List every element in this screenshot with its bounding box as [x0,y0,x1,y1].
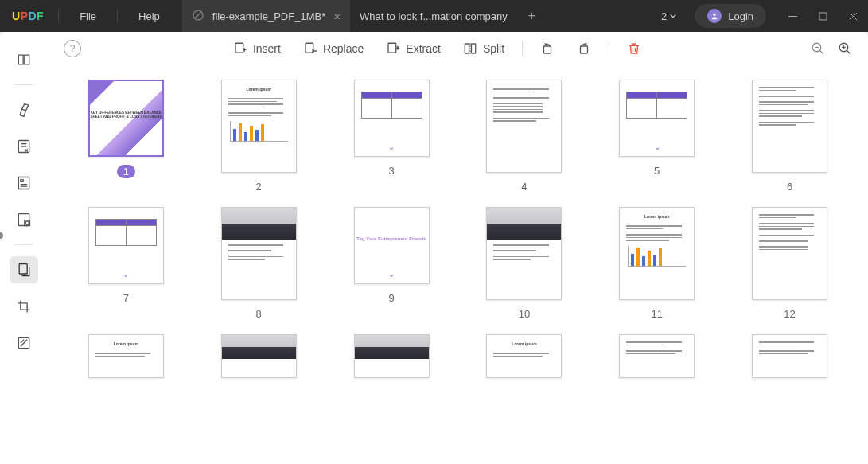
rotate-group [540,41,591,56]
thumb-text: Lorem ipsum [94,341,158,346]
tab-label: What to look f...mation company [360,10,508,22]
page-thumb-11: Lorem ipsum 11 [619,207,695,320]
page-number: 10 [519,308,530,320]
thumb-image[interactable]: Lorem ipsum [221,80,297,173]
page-number: 12 [784,308,795,320]
page-thumb-3: ⌄ 3 [354,80,430,193]
thumb-image[interactable] [486,80,562,173]
close-button[interactable] [838,0,868,32]
tab-count[interactable]: 2 [655,10,683,22]
thumb-image[interactable]: KEY DIFFERENCES BETWEEN BALANCE SHEET AN… [88,80,164,157]
zoom-in-icon [838,41,852,56]
tab-inactive[interactable]: What to look f...mation company [350,0,517,32]
sidebar-reader-icon[interactable] [10,46,38,73]
separator [117,9,118,23]
rotate-right-button[interactable] [577,41,591,56]
page-thumb-18 [752,334,827,378]
thumbnail-grid-container[interactable]: KEY DIFFERENCES BETWEEN BALANCE SHEET AN… [48,65,868,464]
page-thumb-15 [354,334,430,378]
sidebar [0,32,48,464]
page-number: 5 [654,165,660,177]
sidebar-annotate-icon[interactable] [10,96,38,123]
svg-rect-4 [819,13,827,20]
help-icon[interactable]: ? [64,40,81,57]
login-button[interactable]: Login [695,4,766,28]
close-icon[interactable]: × [333,10,341,23]
split-button[interactable]: Split [463,41,504,56]
zoom-in-button[interactable] [838,41,852,56]
avatar-icon [707,9,722,23]
svg-line-21 [21,340,24,343]
thumb-image[interactable]: ⌄ [619,80,695,157]
rotate-left-button[interactable] [540,41,555,56]
tab-strip: file-example_PDF_1MB* × What to look f..… [182,0,547,32]
sidebar-crop-icon[interactable] [10,293,38,320]
page-number: 9 [388,292,394,304]
separator [14,244,33,245]
page-number: 8 [256,308,262,320]
thumb-image[interactable] [221,334,297,378]
sidebar-ocr-icon[interactable] [10,206,38,233]
separator [522,41,523,57]
page-thumb-12: 12 [752,207,827,320]
thumbnail-grid: KEY DIFFERENCES BETWEEN BALANCE SHEET AN… [80,80,836,378]
page-thumb-4: 4 [486,80,562,193]
minimize-button[interactable] [777,0,808,32]
thumb-image[interactable]: Lorem ipsum [88,334,164,378]
split-label: Split [483,42,504,55]
svg-rect-27 [465,44,469,53]
sidebar-pages-icon[interactable] [10,256,38,283]
delete-button[interactable] [627,41,641,56]
separator [58,9,59,23]
svg-point-2 [714,14,716,16]
thumb-image[interactable]: Lorem ipsum [486,334,562,378]
page-number: 11 [652,308,663,320]
menu-help[interactable]: Help [132,10,166,22]
split-icon [463,41,477,56]
thumb-logo-icon: ⌄ [355,270,429,279]
extract-icon [386,41,400,56]
zoom-out-icon [811,41,825,56]
page-thumb-16: Lorem ipsum [486,334,562,378]
svg-line-20 [21,340,27,346]
insert-button[interactable]: Insert [233,41,281,56]
thumb-image[interactable] [486,207,562,300]
trash-icon [627,41,641,56]
separator [609,41,609,57]
thumb-image[interactable]: ⌄ [88,207,164,284]
zoom-out-button[interactable] [811,41,825,56]
thumb-image[interactable] [752,334,827,378]
insert-icon [233,41,247,56]
thumb-image[interactable] [354,334,430,378]
tab-add-button[interactable]: + [517,9,547,23]
sidebar-watermark-icon[interactable] [10,329,38,357]
sidebar-edit-icon[interactable] [10,133,38,160]
replace-icon [303,41,317,56]
svg-rect-31 [581,46,588,53]
thumb-image[interactable] [619,334,695,378]
page-thumb-6: 6 [752,80,827,193]
page-number: 7 [123,292,129,304]
thumb-image[interactable]: Tag Your Entrepreneur Friends ⌄ [354,207,430,284]
thumb-image[interactable]: Lorem ipsum [619,207,695,300]
replace-button[interactable]: Replace [303,41,364,56]
thumb-image[interactable] [752,207,827,300]
svg-line-33 [819,50,823,54]
page-thumb-7: ⌄ 7 [88,207,164,320]
thumb-image[interactable]: ⌄ [354,80,430,157]
thumb-image[interactable] [221,207,297,300]
extract-button[interactable]: Extract [386,41,441,56]
app-logo: UPDF [12,10,44,22]
menu-file[interactable]: File [73,10,103,22]
insert-label: Insert [253,42,281,55]
tab-active[interactable]: file-example_PDF_1MB* × [182,0,350,32]
svg-rect-28 [471,44,475,53]
page-number: 1 [117,165,135,178]
workspace: ? Insert Replace Extract Split [48,32,868,464]
sidebar-handle[interactable] [0,232,3,239]
main-area: ? Insert Replace Extract Split [0,32,868,464]
sidebar-form-icon[interactable] [10,170,38,197]
thumb-image[interactable] [752,80,827,173]
svg-rect-26 [388,43,396,53]
maximize-button[interactable] [808,0,838,32]
